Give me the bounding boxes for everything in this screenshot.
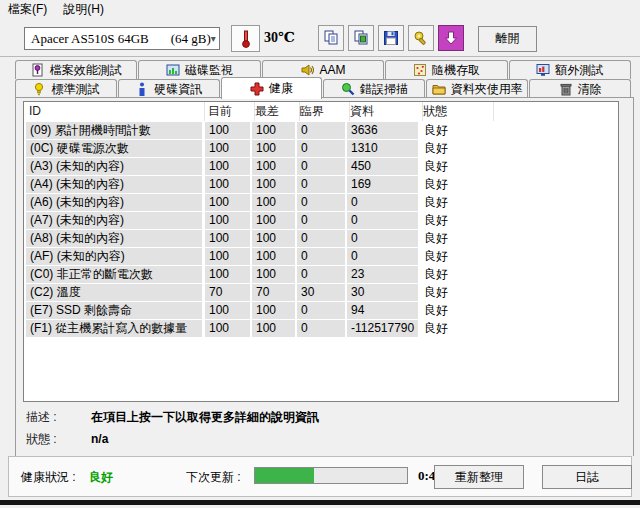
tab-health[interactable]: 健康 [221,77,323,99]
menu-file[interactable]: 檔案(F) [0,0,55,20]
save-icon [382,29,400,47]
cell-current: 100 [205,158,250,175]
cell-worst: 100 [252,248,295,265]
table-row[interactable]: (A7) (未知的內容)10010000良好 [24,212,618,230]
cell-data: 94 [347,302,418,319]
cell-data: 450 [347,158,418,175]
extra-tests-icon [536,63,550,77]
copy-image-button[interactable] [348,25,374,51]
tab-random-access[interactable]: 隨機存取 [385,60,507,79]
cell-id: (A4) (未知的內容) [26,176,202,193]
tab-label: 額外測試 [555,62,603,79]
exit-button[interactable]: 離開 [478,26,537,52]
tab-standard-test[interactable]: 標準測試 [15,79,117,98]
cell-threshold: 0 [297,194,345,211]
download-arrow-icon [442,29,460,47]
cell-data: 0 [347,194,418,211]
cell-data: 30 [347,284,418,301]
cell-data: 0 [347,212,418,229]
cell-status: 良好 [420,212,492,229]
options-button[interactable] [408,25,434,51]
download-button[interactable] [438,25,464,51]
cell-worst: 100 [252,176,295,193]
table-row[interactable]: (A8) (未知的內容)10010000良好 [24,230,618,248]
cell-worst: 100 [252,122,295,139]
cell-id: (C2) 溫度 [26,284,202,301]
table-row[interactable]: (A3) (未知的內容)1001000450良好 [24,158,618,176]
menu-help[interactable]: 說明(H) [55,0,112,20]
cell-status: 良好 [420,230,492,247]
cell-threshold: 0 [297,266,345,283]
table-row[interactable]: (AF) (未知的內容)10010000良好 [24,248,618,266]
temperature-value: 30℃ [264,29,295,46]
table-row[interactable]: (C2) 溫度70703030良好 [24,284,618,302]
cell-status: 良好 [420,266,492,283]
cell-current: 100 [205,122,250,139]
column-header-status[interactable]: 狀態 [419,102,494,121]
cell-id: (A6) (未知的內容) [26,194,202,211]
cell-current: 70 [205,284,250,301]
tab-erase[interactable]: 清除 [529,79,631,98]
cell-id: (09) 累計開機時間計數 [26,122,202,139]
tab-label: AAM [320,63,346,77]
tab-error-scan[interactable]: 錯誤掃描 [323,79,425,98]
cell-worst: 70 [252,284,295,301]
refresh-button[interactable]: 重新整理 [434,465,524,489]
cell-current: 100 [205,230,250,247]
tab-disk-info[interactable]: 硬碟資訊 [118,79,220,98]
table-row[interactable]: (C0) 非正常的斷電次數100100023良好 [24,266,618,284]
tab-row-bottom: 標準測試 硬碟資訊 健康 錯誤掃描 資料夾使用率 [15,79,632,98]
copy-button[interactable] [318,25,344,51]
cell-threshold: 0 [297,140,345,157]
folder-icon [432,82,446,96]
disk-monitor-icon [166,63,180,77]
tab-file-benchmark[interactable]: 檔案效能測試 [15,60,137,79]
health-table-body: (09) 累計開機時間計數10010003636良好(0C) 硬碟電源次數100… [24,122,618,338]
tab-extra-tests[interactable]: 額外測試 [509,60,631,79]
column-header-data[interactable]: 資料 [346,102,423,121]
table-row[interactable]: (09) 累計開機時間計數10010003636良好 [24,122,618,140]
cell-status: 良好 [420,158,492,175]
detail-block: 描述 : 在項目上按一下以取得更多詳細的說明資訊 狀態 : n/a [26,406,616,450]
health-cross-icon [250,82,264,96]
cell-current: 100 [205,140,250,157]
cell-data: 169 [347,176,418,193]
drive-select-dropdown[interactable]: Apacer AS510S 64GB (64 gB) ▾ [24,27,220,50]
health-status-label: 健康狀況 : [21,469,76,486]
column-header-threshold[interactable]: 臨界 [296,102,350,121]
cell-worst: 100 [252,194,295,211]
cell-current: 100 [205,176,250,193]
column-header-id[interactable]: ID [25,102,205,121]
cell-current: 100 [205,212,250,229]
menu-bar: 檔案(F) 說明(H) [0,0,640,19]
chevron-down-icon: ▾ [211,33,216,44]
table-row[interactable]: (E7) SSD 剩餘壽命100100094良好 [24,302,618,320]
cell-worst: 100 [252,212,295,229]
random-access-icon [413,63,427,77]
cell-worst: 100 [252,158,295,175]
tab-label: 硬碟資訊 [154,81,202,98]
table-row[interactable]: (A6) (未知的內容)10010000良好 [24,194,618,212]
table-row[interactable]: (A4) (未知的內容)1001000169良好 [24,176,618,194]
column-header-worst[interactable]: 最差 [251,102,300,121]
cell-id: (AF) (未知的內容) [26,248,202,265]
table-row[interactable]: (F1) 從主機累計寫入的數據量1001000-112517790良好 [24,320,618,338]
tab-label: 隨機存取 [432,62,480,79]
cell-status: 良好 [420,320,492,337]
table-row[interactable]: (0C) 硬碟電源次數10010001310良好 [24,140,618,158]
save-button[interactable] [378,25,404,51]
next-update-progress-fill [255,468,314,483]
cell-threshold: 0 [297,122,345,139]
tab-folder-usage[interactable]: 資料夾使用率 [426,79,528,98]
window-bottom-edge [0,500,640,505]
smart-attributes-table: ID 目前 最差 臨界 資料 狀態 (09) 累計開機時間計數100100036… [23,101,619,402]
column-header-current[interactable]: 目前 [204,102,255,121]
log-button[interactable]: 日誌 [542,465,632,489]
cell-current: 100 [205,266,250,283]
copy-image-icon [352,29,370,47]
cell-status: 良好 [420,194,492,211]
cell-threshold: 0 [297,158,345,175]
tab-label: 清除 [578,81,602,98]
copy-icon [322,29,340,47]
temperature-button[interactable] [231,25,260,52]
